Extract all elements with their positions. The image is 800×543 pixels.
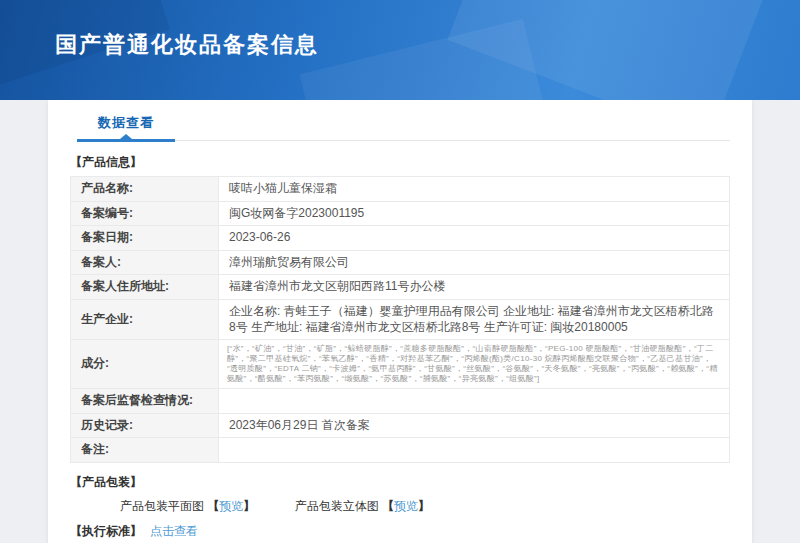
table-row: 生产企业: 企业名称: 青蛙王子（福建）婴童护理用品有限公司 企业地址: 福建省… [71, 299, 730, 339]
row-label: 备案人住所地址: [71, 275, 219, 300]
page-body: 数据查看 【产品信息】 产品名称: 唛咭小猫儿童保湿霜 备案编号: 闽G妆网备字… [0, 100, 800, 543]
standard-section-title: 【执行标准】 [70, 524, 142, 538]
row-value [219, 438, 730, 463]
row-value: 2023年06月29日 首次备案 [219, 413, 730, 438]
page-title: 国产普通化妆品备案信息 [55, 30, 319, 60]
standard-line: 【执行标准】点击查看 [70, 523, 730, 540]
row-value: 企业名称: 青蛙王子（福建）婴童护理用品有限公司 企业地址: 福建省漳州市龙文区… [219, 299, 730, 339]
bracket-close: 】 [418, 499, 430, 513]
table-row: 成分: [“水”，“矿油”，“甘油”，“矿脂”，“鲸蜡硬脂醇”，“蔗糖多硬脂酸酯… [71, 340, 730, 389]
package-flat-item: 产品包装平面图 【预览】 [120, 499, 259, 513]
row-label: 产品名称: [71, 177, 219, 202]
row-label: 历史记录: [71, 413, 219, 438]
row-value: 福建省漳州市龙文区朝阳西路11号办公楼 [219, 275, 730, 300]
banner-decor-shape [300, 19, 551, 100]
row-value [219, 389, 730, 414]
tab-bar: 数据查看 [48, 100, 752, 142]
row-value: 闽G妆网备字2023001195 [219, 201, 730, 226]
row-label: 备案后监督检查情况: [71, 389, 219, 414]
row-label: 备案编号: [71, 201, 219, 226]
standard-view-link[interactable]: 点击查看 [150, 524, 198, 538]
row-value: 漳州瑞航贸易有限公司 [219, 250, 730, 275]
bracket-close: 】 [243, 499, 255, 513]
page-header-banner: 国产普通化妆品备案信息 [0, 0, 800, 100]
package-stereo-preview-link[interactable]: 预览 [394, 499, 418, 513]
row-value: 唛咭小猫儿童保湿霜 [219, 177, 730, 202]
table-row: 产品名称: 唛咭小猫儿童保湿霜 [71, 177, 730, 202]
product-info-table: 产品名称: 唛咭小猫儿童保湿霜 备案编号: 闽G妆网备字2023001195 备… [70, 176, 730, 463]
row-label: 备注: [71, 438, 219, 463]
content-card: 数据查看 【产品信息】 产品名称: 唛咭小猫儿童保湿霜 备案编号: 闽G妆网备字… [48, 100, 752, 543]
table-row: 备案人住所地址: 福建省漳州市龙文区朝阳西路11号办公楼 [71, 275, 730, 300]
package-line: 产品包装平面图 【预览】 产品包装立体图 【预览】 [120, 498, 730, 515]
row-label: 生产企业: [71, 299, 219, 339]
table-row: 备注: [71, 438, 730, 463]
package-flat-label: 产品包装平面图 [120, 499, 204, 513]
table-row: 备案编号: 闽G妆网备字2023001195 [71, 201, 730, 226]
table-row: 备案人: 漳州瑞航贸易有限公司 [71, 250, 730, 275]
row-value: 2023-06-26 [219, 226, 730, 251]
product-info-section-title: 【产品信息】 [70, 154, 730, 171]
row-label: 备案人: [71, 250, 219, 275]
table-row: 备案日期: 2023-06-26 [71, 226, 730, 251]
tab-data-view[interactable]: 数据查看 [77, 114, 175, 132]
package-flat-preview-link[interactable]: 预览 [219, 499, 243, 513]
bracket-open: 【 [382, 499, 394, 513]
package-stereo-item: 产品包装立体图 【预览】 [295, 499, 430, 513]
table-row: 历史记录: 2023年06月29日 首次备案 [71, 413, 730, 438]
row-value: [“水”，“矿油”，“甘油”，“矿脂”，“鲸蜡硬脂醇”，“蔗糖多硬脂酸酯”，“山… [219, 340, 730, 389]
tab-active-underline [77, 139, 175, 142]
package-section-title: 【产品包装】 [70, 474, 730, 491]
row-label: 成分: [71, 340, 219, 389]
bracket-open: 【 [207, 499, 219, 513]
table-row: 备案后监督检查情况: [71, 389, 730, 414]
package-stereo-label: 产品包装立体图 [295, 499, 379, 513]
row-label: 备案日期: [71, 226, 219, 251]
main-content: 【产品信息】 产品名称: 唛咭小猫儿童保湿霜 备案编号: 闽G妆网备字20230… [48, 142, 752, 543]
